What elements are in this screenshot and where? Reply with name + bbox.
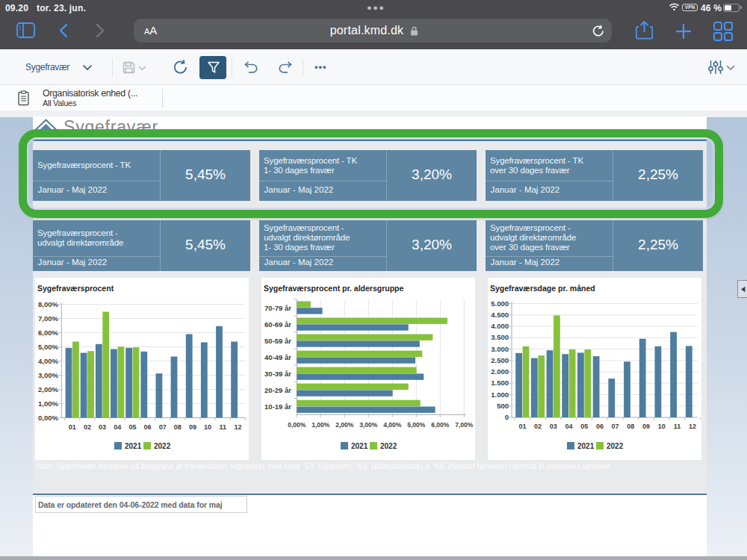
svg-text:10-19 år: 10-19 år [264,402,291,411]
svg-text:1,00%: 1,00% [38,399,58,408]
svg-text:09: 09 [642,423,650,430]
svg-text:2022: 2022 [154,442,171,450]
svg-text:01: 01 [518,423,526,430]
svg-text:7,00%: 7,00% [455,421,474,429]
svg-text:2.000: 2.000 [491,367,509,376]
svg-text:11: 11 [674,423,681,430]
svg-text:06: 06 [596,423,604,430]
svg-text:2022: 2022 [607,442,624,450]
svg-text:12: 12 [689,423,696,430]
svg-text:20-29 år: 20-29 år [264,386,291,394]
svg-text:3,00%: 3,00% [38,371,58,379]
svg-text:05: 05 [580,423,588,430]
svg-text:07: 07 [159,423,167,431]
svg-text:10: 10 [204,423,211,431]
svg-text:2021: 2021 [125,442,142,450]
svg-text:5,00%: 5,00% [38,343,58,351]
svg-text:4,00%: 4,00% [383,421,402,429]
svg-text:70-79 år: 70-79 år [264,304,291,312]
svg-text:2021: 2021 [351,442,368,450]
svg-text:2,00%: 2,00% [335,421,354,429]
svg-text:02: 02 [84,423,91,431]
svg-text:7,00%: 7,00% [38,314,58,323]
svg-text:1.000: 1.000 [491,391,509,399]
svg-text:1.500: 1.500 [491,379,509,387]
svg-text:03: 03 [99,423,106,431]
svg-text:5,00%: 5,00% [407,421,426,429]
svg-text:09: 09 [189,423,196,431]
svg-text:30-39 år: 30-39 år [264,370,291,378]
svg-text:2.500: 2.500 [491,356,509,364]
svg-text:08: 08 [174,423,182,431]
svg-text:3.000: 3.000 [491,345,509,353]
svg-text:Sygefraværsdage pr. måned: Sygefraværsdage pr. måned [490,284,595,293]
svg-text:1,00%: 1,00% [311,421,330,429]
svg-text:10: 10 [658,423,666,430]
svg-text:05: 05 [128,423,136,431]
svg-text:11: 11 [220,423,227,431]
svg-text:08: 08 [627,423,634,430]
svg-text:Sygefraværsprocent: Sygefraværsprocent [37,284,114,293]
svg-text:2022: 2022 [380,442,397,450]
svg-text:500: 500 [497,402,509,410]
svg-text:03: 03 [550,423,557,430]
svg-text:0,00%: 0,00% [288,421,306,429]
svg-text:6,00%: 6,00% [431,421,450,429]
svg-text:40-49 år: 40-49 år [264,353,291,361]
svg-text:01: 01 [69,423,76,431]
svg-text:4.000: 4.000 [491,322,509,330]
svg-text:06: 06 [144,423,152,431]
svg-text:8,00%: 8,00% [38,300,58,308]
svg-text:0: 0 [505,413,509,421]
svg-text:04: 04 [114,423,121,431]
svg-text:60-69 år: 60-69 år [264,320,291,329]
svg-text:04: 04 [565,423,572,430]
svg-text:07: 07 [612,423,619,430]
svg-text:12: 12 [234,423,241,431]
svg-text:6,00%: 6,00% [38,329,58,337]
svg-text:4.500: 4.500 [491,311,509,319]
svg-text:50-59 år: 50-59 år [264,337,291,345]
svg-text:2,00%: 2,00% [38,385,58,393]
svg-text:Sygefraværsprocent pr. aldersg: Sygefraværsprocent pr. aldersgruppe [264,284,403,293]
svg-text:4,00%: 4,00% [38,357,58,365]
svg-text:0,00%: 0,00% [38,414,58,422]
svg-text:3.500: 3.500 [491,333,509,341]
svg-text:5.000: 5.000 [491,299,509,308]
svg-text:3,00%: 3,00% [359,421,378,429]
svg-text:02: 02 [534,423,542,430]
svg-text:2021: 2021 [577,442,595,450]
